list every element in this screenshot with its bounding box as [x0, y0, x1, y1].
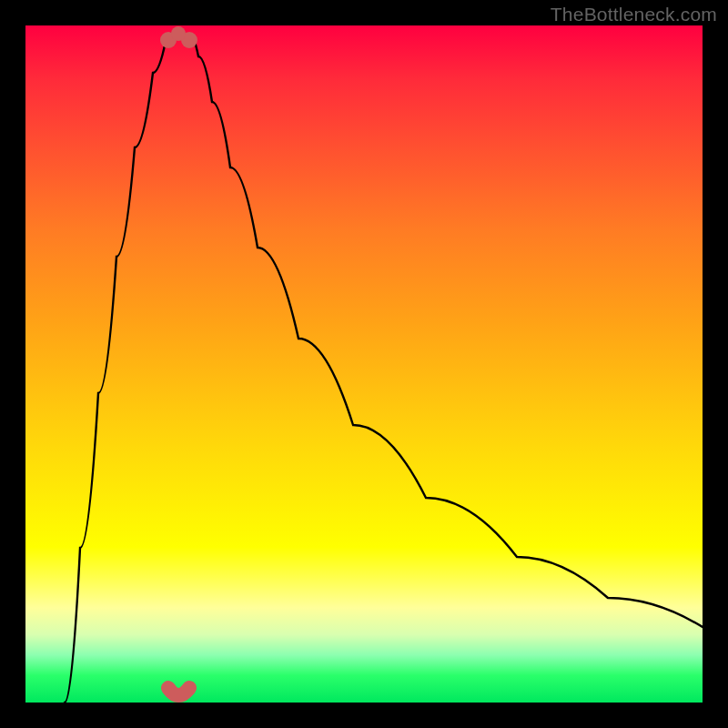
chart-frame: TheBottleneck.com — [0, 0, 728, 728]
bottleneck-curve — [25, 25, 703, 703]
curve-left-branch — [65, 34, 171, 703]
curve-right-branch — [189, 34, 703, 627]
watermark-text: TheBottleneck.com — [551, 4, 717, 25]
valley-marker-floor — [171, 26, 186, 41]
curve-valley-floor — [168, 688, 189, 695]
plot-area — [25, 25, 703, 703]
